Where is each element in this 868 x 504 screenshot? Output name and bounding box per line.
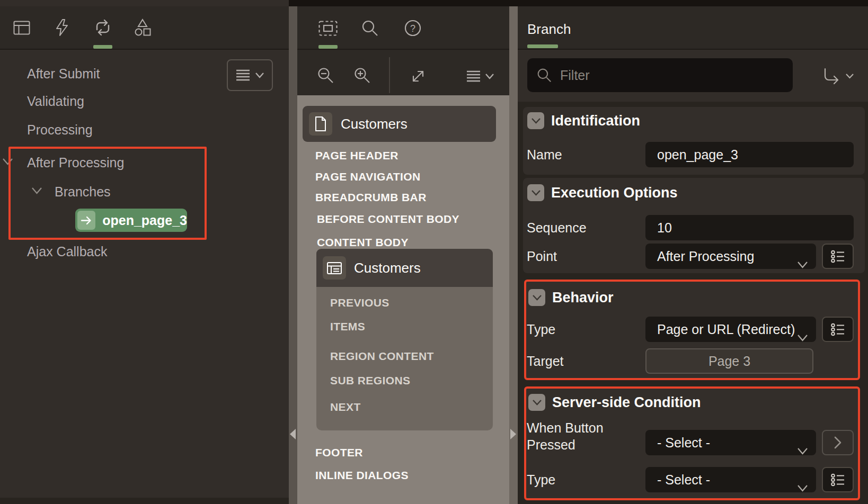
tab-page-rendering[interactable] — [12, 17, 32, 38]
layout-slot-before-content-body[interactable]: BEFORE CONTENT BODY — [317, 212, 459, 226]
page-designer: After Submit Validating Processing After… — [0, 0, 868, 504]
condition-type-select[interactable]: - Select - — [645, 467, 816, 492]
target-button[interactable]: Page 3 — [645, 348, 813, 374]
layout-slot-footer[interactable]: FOOTER — [315, 446, 363, 460]
collapse-left-icon[interactable] — [290, 429, 296, 439]
tree-item-after-processing[interactable]: After Processing — [27, 155, 124, 170]
layout-slot-page-header[interactable]: PAGE HEADER — [315, 149, 398, 163]
server-side-condition-title: Server-side Condition — [552, 393, 701, 411]
chevron-down-icon — [3, 158, 13, 165]
layout-node-region-label: Customers — [354, 260, 421, 276]
go-chevron-icon — [834, 436, 842, 449]
active-tab-indicator — [318, 45, 338, 49]
zoom-in-button[interactable] — [352, 66, 373, 86]
tree-item-validating[interactable]: Validating — [27, 93, 84, 109]
branch-name-label: open_page_3 — [102, 213, 187, 228]
tree-item-ajax-callback[interactable]: Ajax Callback — [27, 244, 107, 259]
type-select[interactable]: Page or URL (Redirect) — [645, 317, 816, 342]
zoom-out-button[interactable] — [316, 66, 336, 86]
layout-slot-region-content[interactable]: REGION CONTENT — [330, 349, 434, 363]
tab-branch[interactable]: Branch — [527, 20, 571, 38]
expand-icon — [410, 68, 426, 84]
page-rendering-icon — [13, 21, 30, 35]
execution-options-title: Execution Options — [551, 184, 678, 202]
tab-search[interactable] — [360, 18, 380, 38]
chevron-down-icon — [798, 324, 808, 349]
tab-dynamic-actions[interactable] — [52, 16, 72, 39]
name-label: Name — [527, 147, 562, 163]
goto-menu-button[interactable] — [815, 62, 861, 90]
page-icon — [309, 112, 332, 136]
tab-shared-components[interactable] — [132, 17, 153, 38]
layout-slot-previous[interactable]: PREVIOUS — [330, 296, 389, 310]
layout-slot-sub-regions[interactable]: SUB REGIONS — [330, 374, 410, 388]
chevron-down-icon — [798, 437, 808, 463]
layout-slot-breadcrumb-bar[interactable]: BREADCRUMB BAR — [315, 191, 427, 204]
active-tab-indicator — [93, 45, 112, 49]
target-label: Target — [527, 353, 563, 369]
tab-help[interactable]: ? — [403, 18, 423, 38]
when-button-pressed-value: - Select - — [657, 435, 710, 450]
layout-slot-content-body[interactable]: CONTENT BODY — [317, 236, 409, 249]
type-select-value: Page or URL (Redirect) — [657, 322, 795, 337]
tab-processing[interactable] — [93, 17, 113, 38]
menu-icon — [466, 70, 481, 82]
tab-layout[interactable] — [317, 19, 339, 37]
type-quick-pick-button[interactable] — [822, 317, 854, 342]
point-select[interactable]: After Processing — [645, 244, 816, 269]
search-icon — [535, 67, 553, 84]
zoom-out-icon — [317, 67, 334, 84]
layout-slot-items[interactable]: ITEMS — [330, 320, 365, 334]
toolbar-divider — [389, 57, 390, 93]
tree-item-open-page-3[interactable]: open_page_3 — [75, 209, 187, 232]
chevron-down-icon — [532, 190, 541, 196]
active-tab-indicator — [527, 44, 558, 48]
collapse-right-icon[interactable] — [510, 429, 516, 439]
sequence-input[interactable]: 10 — [645, 215, 854, 240]
quick-pick-icon — [831, 323, 845, 336]
chevron-down-icon — [846, 74, 854, 79]
when-button-pressed-go-button[interactable] — [822, 430, 854, 455]
tree-item-processing[interactable]: Processing — [27, 122, 93, 138]
layout-slot-next[interactable]: NEXT — [330, 400, 361, 414]
chevron-down-icon — [798, 474, 808, 500]
processing-tree-menu-button[interactable] — [227, 59, 273, 91]
chevron-down-icon — [533, 400, 542, 406]
chevron-down-icon — [532, 118, 541, 124]
condition-type-value: - Select - — [657, 472, 710, 487]
collapse-behavior-button[interactable] — [528, 289, 545, 306]
when-button-pressed-select[interactable]: - Select - — [645, 430, 816, 455]
collapse-server-side-condition-button[interactable] — [528, 394, 545, 411]
help-icon: ? — [404, 19, 422, 37]
goto-icon — [822, 68, 842, 85]
quick-pick-icon — [831, 473, 845, 487]
after-processing-expand-chevron[interactable] — [3, 158, 13, 167]
layout-node-page-label: Customers — [341, 116, 408, 132]
type-label: Type — [527, 321, 555, 337]
name-input[interactable]: open_page_3 — [645, 142, 854, 167]
layout-slot-page-navigation[interactable]: PAGE NAVIGATION — [315, 170, 421, 184]
chevron-down-icon — [533, 295, 542, 301]
behavior-title: Behavior — [552, 289, 614, 307]
condition-type-label: Type — [527, 472, 555, 488]
point-quick-pick-button[interactable] — [822, 244, 854, 269]
layout-select-icon — [318, 21, 338, 36]
tree-item-after-submit[interactable]: After Submit — [27, 66, 100, 82]
dynamic-actions-icon — [55, 19, 69, 36]
layout-menu-button[interactable] — [463, 67, 497, 86]
collapse-execution-options-button[interactable] — [527, 184, 544, 201]
expand-button[interactable] — [409, 67, 428, 86]
svg-text:?: ? — [410, 23, 415, 34]
chevron-down-icon — [485, 74, 494, 79]
chevron-down-icon — [32, 187, 42, 194]
branches-expand-chevron[interactable] — [32, 187, 42, 196]
filter-input[interactable] — [527, 58, 793, 92]
quick-pick-icon — [831, 250, 845, 263]
collapse-identification-button[interactable] — [527, 112, 544, 129]
search-icon — [361, 20, 378, 37]
condition-type-quick-pick-button[interactable] — [822, 467, 854, 492]
sequence-label: Sequence — [527, 220, 587, 236]
layout-slot-inline-dialogs[interactable]: INLINE DIALOGS — [315, 469, 409, 482]
tree-item-branches[interactable]: Branches — [55, 184, 111, 200]
identification-title: Identification — [551, 112, 640, 130]
